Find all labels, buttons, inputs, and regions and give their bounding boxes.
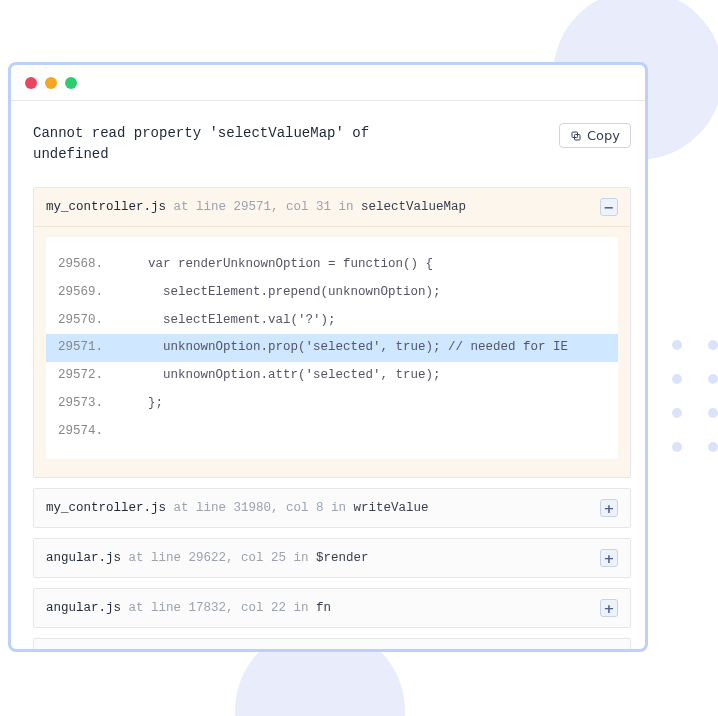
frame-meta: at line 29622, col 25 in bbox=[121, 551, 316, 565]
line-number: 29569. bbox=[58, 281, 118, 305]
line-number: 29574. bbox=[58, 420, 118, 444]
code-line: 29571. unknownOption.prop('selected', tr… bbox=[46, 334, 618, 362]
code-text: unknownOption.prop('selected', true); //… bbox=[118, 336, 568, 360]
line-number: 29573. bbox=[58, 392, 118, 416]
stack-frame-header[interactable]: angular.js at line 29622, col 25 in $ren… bbox=[34, 539, 630, 577]
expand-button[interactable]: + bbox=[600, 649, 618, 652]
line-number: 29570. bbox=[58, 309, 118, 333]
copy-button[interactable]: Copy bbox=[559, 123, 631, 148]
stack-frame: angular.js at line 17832, col 22 in fn+ bbox=[33, 588, 631, 628]
expand-button[interactable]: + bbox=[600, 499, 618, 517]
frame-function: $digest bbox=[316, 651, 369, 652]
code-text: }; bbox=[118, 392, 163, 416]
stack-frame-header[interactable]: angular.js at line 18098, col 12 in $dig… bbox=[34, 639, 630, 652]
frame-file: angular.js bbox=[46, 551, 121, 565]
frame-function: $render bbox=[316, 551, 369, 565]
code-line: 29572. unknownOption.attr('selected', tr… bbox=[46, 362, 618, 390]
frame-location: my_controller.js at line 31980, col 8 in… bbox=[46, 501, 429, 515]
frame-file: angular.js bbox=[46, 651, 121, 652]
code-text: selectElement.prepend(unknownOption); bbox=[118, 281, 441, 305]
code-line: 29569. selectElement.prepend(unknownOpti… bbox=[46, 279, 618, 307]
stack-frame-header[interactable]: angular.js at line 17832, col 22 in fn+ bbox=[34, 589, 630, 627]
frame-meta: at line 18098, col 12 in bbox=[121, 651, 316, 652]
copy-icon bbox=[570, 130, 582, 142]
frame-function: selectValueMap bbox=[361, 200, 466, 214]
frame-function: writeValue bbox=[354, 501, 429, 515]
stack-frame-header[interactable]: my_controller.js at line 29571, col 31 i… bbox=[34, 188, 630, 227]
code-box: 29568. var renderUnknownOption = functio… bbox=[46, 237, 618, 459]
stack-frame: angular.js at line 29622, col 25 in $ren… bbox=[33, 538, 631, 578]
code-text: var renderUnknownOption = function() { bbox=[118, 253, 433, 277]
zoom-light-icon[interactable] bbox=[65, 77, 77, 89]
frame-file: angular.js bbox=[46, 601, 121, 615]
frame-location: angular.js at line 17832, col 22 in fn bbox=[46, 601, 331, 615]
content-area: Cannot read property 'selectValueMap' of… bbox=[11, 101, 645, 652]
code-body: 29568. var renderUnknownOption = functio… bbox=[34, 227, 630, 477]
stack-frames: my_controller.js at line 29571, col 31 i… bbox=[33, 187, 631, 652]
line-number: 29572. bbox=[58, 364, 118, 388]
frame-location: angular.js at line 18098, col 12 in $dig… bbox=[46, 651, 369, 652]
stack-frame: angular.js at line 18098, col 12 in $dig… bbox=[33, 638, 631, 652]
app-window: Cannot read property 'selectValueMap' of… bbox=[8, 62, 648, 652]
copy-label: Copy bbox=[587, 128, 620, 143]
frame-location: angular.js at line 29622, col 25 in $ren… bbox=[46, 551, 369, 565]
frame-function: fn bbox=[316, 601, 331, 615]
expand-button[interactable]: + bbox=[600, 599, 618, 617]
stack-frame: my_controller.js at line 31980, col 8 in… bbox=[33, 488, 631, 528]
code-text: selectElement.val('?'); bbox=[118, 309, 336, 333]
frame-file: my_controller.js bbox=[46, 501, 166, 515]
code-line: 29574. bbox=[46, 418, 618, 446]
frame-meta: at line 17832, col 22 in bbox=[121, 601, 316, 615]
line-number: 29571. bbox=[58, 336, 118, 360]
expand-button[interactable]: + bbox=[600, 549, 618, 567]
code-line: 29570. selectElement.val('?'); bbox=[46, 307, 618, 335]
frame-meta: at line 31980, col 8 in bbox=[166, 501, 354, 515]
decorative-dots bbox=[672, 340, 718, 476]
code-line: 29568. var renderUnknownOption = functio… bbox=[46, 251, 618, 279]
titlebar bbox=[11, 65, 645, 101]
code-line: 29573. }; bbox=[46, 390, 618, 418]
line-number: 29568. bbox=[58, 253, 118, 277]
frame-file: my_controller.js bbox=[46, 200, 166, 214]
stack-frame-header[interactable]: my_controller.js at line 31980, col 8 in… bbox=[34, 489, 630, 527]
error-title: Cannot read property 'selectValueMap' of… bbox=[33, 123, 413, 165]
close-light-icon[interactable] bbox=[25, 77, 37, 89]
header-row: Cannot read property 'selectValueMap' of… bbox=[33, 123, 631, 165]
collapse-button[interactable]: − bbox=[600, 198, 618, 216]
frame-meta: at line 29571, col 31 in bbox=[166, 200, 361, 214]
minimize-light-icon[interactable] bbox=[45, 77, 57, 89]
code-text: unknownOption.attr('selected', true); bbox=[118, 364, 441, 388]
frame-location: my_controller.js at line 29571, col 31 i… bbox=[46, 200, 466, 214]
stack-frame: my_controller.js at line 29571, col 31 i… bbox=[33, 187, 631, 478]
